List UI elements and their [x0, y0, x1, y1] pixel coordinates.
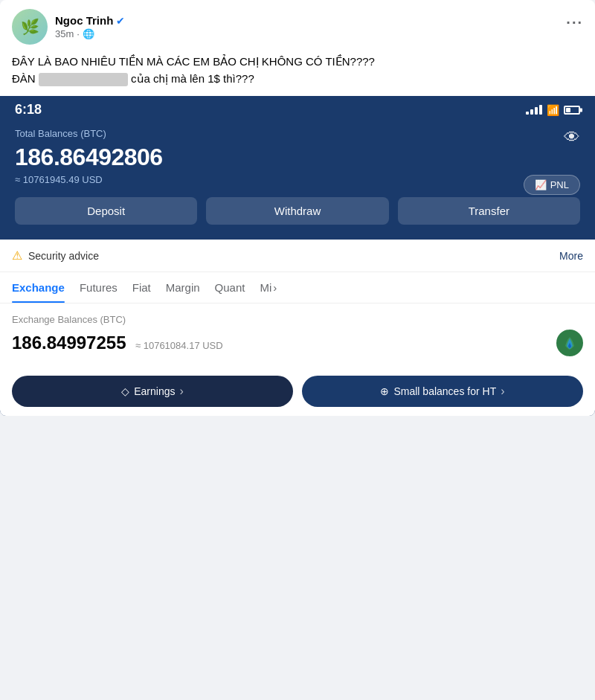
balance-label: Total Balances (BTC): [15, 128, 580, 139]
earnings-button[interactable]: ◇ Earnings ›: [12, 376, 293, 407]
exchange-label: Exchange Balances (BTC): [12, 314, 583, 325]
text-line1: ĐÂY LÀ BAO NHIÊU TIỀN MÀ CÁC EM BẢO CHỊ …: [12, 54, 583, 71]
tab-margin[interactable]: Margin: [166, 272, 200, 303]
tab-exchange[interactable]: Exchange: [12, 272, 65, 303]
small-balances-circle-icon: ⊕: [380, 385, 389, 397]
exchange-logo: [556, 330, 583, 356]
withdraw-button[interactable]: Withdraw: [206, 197, 388, 225]
balance-section: 👁 Total Balances (BTC) 186.86492806 ≈ 10…: [0, 121, 595, 240]
username: Ngoc Trinh: [55, 14, 113, 27]
exchange-amount-group: 186.84997255 ≈ 10761084.17 USD: [12, 333, 223, 353]
exchange-section: Exchange Balances (BTC) 186.84997255 ≈ 1…: [0, 304, 595, 367]
eye-icon[interactable]: 👁: [564, 128, 580, 147]
battery-icon: [564, 106, 580, 115]
signal-icon: [526, 105, 542, 115]
post-container: 🌿 Ngoc Trinh ✔ 35m · 🌐 ... ĐÂY LÀ BAO NH…: [0, 0, 595, 416]
tab-fiat[interactable]: Fiat: [132, 272, 151, 303]
time-label: 35m: [55, 28, 74, 39]
tabs-bar: Exchange Futures Fiat Margin Quant Mi ›: [0, 272, 595, 304]
deposit-button[interactable]: Deposit: [15, 197, 197, 225]
security-bar: ⚠ Security advice More: [0, 240, 595, 272]
exchange-usd: ≈ 10761084.17 USD: [135, 340, 223, 351]
post-header: 🌿 Ngoc Trinh ✔ 35m · 🌐 ...: [0, 0, 595, 51]
security-more-link[interactable]: More: [559, 250, 583, 262]
transfer-button[interactable]: Transfer: [398, 197, 580, 225]
exchange-amount-row: 186.84997255 ≈ 10761084.17 USD: [12, 330, 583, 356]
chevron-right-icon: ›: [273, 281, 277, 294]
action-buttons: Deposit Withdraw Transfer: [15, 197, 580, 225]
warning-icon: ⚠: [12, 248, 22, 263]
censored-word: [39, 73, 128, 86]
post-meta: Ngoc Trinh ✔ 35m · 🌐: [55, 14, 583, 39]
status-icons: 📶: [526, 104, 580, 116]
small-balances-arrow-icon: ›: [501, 385, 504, 398]
balance-usd: ≈ 10761945.49 USD: [15, 174, 580, 185]
security-left: ⚠ Security advice: [12, 248, 99, 263]
security-label: Security advice: [28, 250, 99, 262]
privacy-icon: ·: [77, 28, 80, 39]
avatar: 🌿: [12, 9, 48, 45]
globe-icon: 🌐: [83, 28, 94, 39]
text-line2: ĐÀN của chị mà lên 1$ thì???: [12, 71, 583, 88]
small-balances-label: Small balances for HT: [393, 385, 496, 397]
status-bar: 6:18 📶: [0, 96, 595, 121]
username-row: Ngoc Trinh ✔: [55, 14, 583, 27]
status-time: 6:18: [15, 102, 42, 118]
tab-quant[interactable]: Quant: [215, 272, 245, 303]
post-time: 35m · 🌐: [55, 28, 583, 39]
balance-amount: 186.86492806: [15, 144, 580, 171]
bottom-buttons: ◇ Earnings › ⊕ Small balances for HT ›: [0, 367, 595, 416]
tab-more[interactable]: Mi ›: [260, 272, 277, 303]
pnl-chart-icon: 📈: [535, 179, 547, 190]
earnings-arrow-icon: ›: [179, 385, 183, 398]
more-button[interactable]: ...: [566, 10, 583, 28]
earnings-diamond-icon: ◇: [121, 385, 129, 397]
pnl-button[interactable]: 📈 PNL: [524, 175, 580, 195]
pnl-label: PNL: [550, 179, 569, 190]
text-prefix: ĐÀN: [12, 72, 36, 85]
text-suffix: của chị mà lên 1$ thì???: [131, 72, 254, 85]
verified-icon: ✔: [116, 15, 125, 27]
battery-fill: [566, 108, 570, 112]
exchange-amount: 186.84997255: [12, 333, 126, 353]
tab-mi-label: Mi: [260, 281, 271, 294]
post-text: ĐÂY LÀ BAO NHIÊU TIỀN MÀ CÁC EM BẢO CHỊ …: [0, 51, 595, 96]
small-balances-button[interactable]: ⊕ Small balances for HT ›: [302, 376, 583, 407]
earnings-label: Earnings: [134, 385, 175, 397]
tab-futures[interactable]: Futures: [80, 272, 118, 303]
phone-screenshot: 6:18 📶 👁 Total Balances (BTC) 186.864928…: [0, 96, 595, 416]
wifi-icon: 📶: [547, 104, 559, 116]
